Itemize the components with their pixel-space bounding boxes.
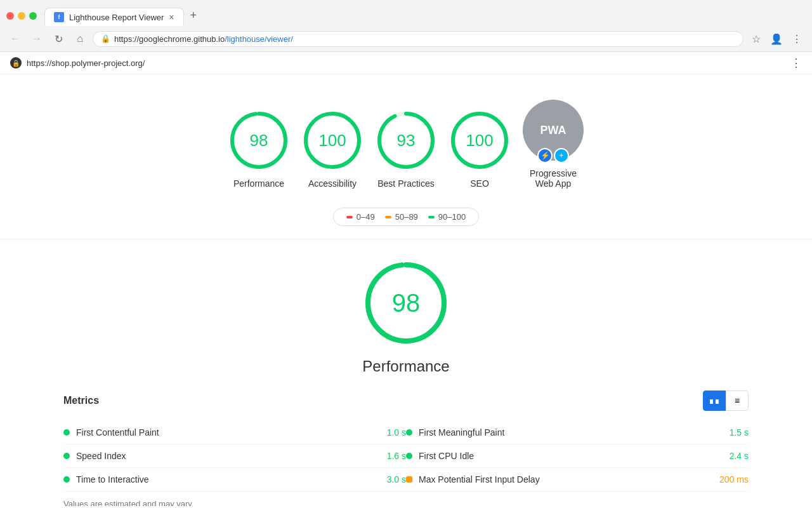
metric-value-tti: 3.0 s — [374, 474, 406, 485]
metric-dot-fcp — [63, 429, 70, 436]
score-card-accessibility[interactable]: 100 Accessibility — [302, 110, 363, 189]
metric-dot-tti — [63, 476, 70, 483]
lock-icon: 🔒 — [101, 34, 110, 43]
address-bar[interactable]: 🔒 https://googlechrome.github.io/lightho… — [93, 31, 743, 47]
legend-item-green: 90–100 — [428, 212, 466, 222]
tab-bar: f Lighthouse Report Viewer × + — [44, 5, 203, 26]
metric-name-tti: Time to Interactive — [76, 474, 368, 485]
metric-value-si: 1.6 s — [374, 451, 406, 461]
window-controls — [6, 12, 37, 20]
site-icon: 🔒 — [10, 57, 22, 69]
legend-dot-green — [428, 216, 435, 218]
score-number-accessibility: 100 — [318, 131, 346, 150]
score-number-performance: 98 — [250, 131, 268, 150]
perf-circle: 98 — [362, 258, 450, 347]
metric-dot-fci — [406, 453, 412, 459]
metric-row-fmp: First Meaningful Paint 1.5 s — [406, 421, 749, 444]
view-toggle: ∎∎ ≡ — [703, 391, 749, 411]
refresh-button[interactable]: ↻ — [49, 30, 67, 48]
metric-name-mpfid: Max Potential First Input Delay — [419, 474, 710, 485]
performance-section: 98 Performance Metrics ∎∎ ≡ First Conten… — [0, 239, 812, 506]
legend-label-orange: 50–89 — [395, 212, 418, 222]
site-bar-menu-icon[interactable]: ⋮ — [790, 56, 802, 70]
legend-item-red: 0–49 — [346, 212, 375, 222]
menu-button[interactable]: ⋮ — [788, 30, 806, 48]
home-button[interactable]: ⌂ — [71, 30, 89, 48]
score-label-pwa: Progressive Web App — [530, 168, 577, 189]
score-circle-accessibility: 100 — [302, 110, 363, 171]
score-card-performance[interactable]: 98 Performance — [228, 110, 289, 189]
metric-row-tti: Time to Interactive 3.0 s — [63, 468, 406, 491]
score-number-best-practices: 93 — [397, 131, 416, 150]
legend-pill: 0–49 50–89 90–100 — [333, 208, 479, 226]
legend-dot-red — [346, 216, 353, 218]
metric-dot-mpfid — [406, 476, 412, 483]
pwa-badges: ⚡ + — [537, 148, 569, 163]
pwa-badge-lightning: ⚡ — [537, 148, 553, 163]
metric-name-fmp: First Meaningful Paint — [419, 427, 710, 438]
legend-label-green: 90–100 — [438, 212, 466, 222]
metric-value-fci: 2.4 s — [717, 451, 749, 461]
site-bar-left: 🔒 https://shop.polymer-project.org/ — [10, 57, 145, 69]
tab-close-button[interactable]: × — [169, 12, 174, 22]
perf-score-number: 98 — [392, 289, 421, 318]
pwa-circle: PWA ⚡ + — [523, 100, 584, 161]
metric-row-mpfid: Max Potential First Input Delay 200 ms — [406, 468, 749, 491]
score-card-best-practices[interactable]: 93 Best Practices — [376, 110, 436, 189]
pwa-text: PWA — [540, 124, 566, 137]
metric-row-fci: First CPU Idle 2.4 s — [406, 444, 749, 468]
metrics-note: Values are estimated and may vary. — [13, 491, 799, 506]
metric-value-fmp: 1.5 s — [717, 427, 749, 438]
score-circle-best-practices: 93 — [376, 110, 436, 171]
metrics-label: Metrics — [63, 395, 99, 406]
metrics-grid: First Contentful Paint 1.0 s First Meani… — [13, 421, 799, 491]
maximize-window-button[interactable] — [29, 12, 37, 20]
bookmark-button[interactable]: ☆ — [747, 30, 765, 48]
legend-label-red: 0–49 — [357, 212, 375, 222]
score-circle-performance: 98 — [228, 110, 289, 171]
new-tab-button[interactable]: + — [184, 5, 204, 26]
perf-score-wrapper: 98 — [13, 258, 799, 347]
legend: 0–49 50–89 90–100 — [0, 208, 812, 226]
active-tab[interactable]: f Lighthouse Report Viewer × — [44, 8, 184, 26]
score-cards-section: 98 Performance 100 Accessibility — [0, 74, 812, 201]
minimize-window-button[interactable] — [18, 12, 25, 20]
score-label-seo: SEO — [470, 178, 489, 189]
perf-title: Performance — [13, 358, 799, 375]
metric-dot-fmp — [406, 429, 412, 436]
metric-value-fcp: 1.0 s — [374, 427, 406, 438]
metric-name-fcp: First Contentful Paint — [76, 427, 368, 438]
metric-value-mpfid: 200 ms — [717, 474, 749, 485]
metric-name-si: Speed Index — [76, 451, 368, 461]
grid-view-button[interactable]: ∎∎ — [703, 391, 726, 411]
site-url: https://shop.polymer-project.org/ — [27, 58, 145, 68]
site-bar: 🔒 https://shop.polymer-project.org/ ⋮ — [0, 52, 812, 74]
url-path: /lighthouse/viewer/ — [225, 34, 293, 44]
score-card-pwa[interactable]: PWA ⚡ + Progressive Web App — [523, 100, 584, 189]
tab-title: Lighthouse Report Viewer — [69, 13, 164, 22]
close-window-button[interactable] — [6, 12, 14, 20]
score-card-seo[interactable]: 100 SEO — [449, 110, 510, 189]
metric-dot-si — [63, 453, 70, 459]
url-display: https://googlechrome.github.io/lighthous… — [114, 34, 735, 44]
score-label-best-practices: Best Practices — [377, 178, 434, 189]
score-circle-seo: 100 — [449, 110, 510, 171]
user-button[interactable]: 👤 — [768, 30, 785, 48]
nav-bar: ← → ↻ ⌂ 🔒 https://googlechrome.github.io… — [0, 26, 812, 51]
forward-button[interactable]: → — [28, 30, 46, 48]
back-button[interactable]: ← — [6, 30, 24, 48]
metrics-header: Metrics ∎∎ ≡ — [13, 391, 799, 411]
score-number-seo: 100 — [466, 131, 493, 150]
url-domain: https://googlechrome.github.io — [114, 34, 225, 44]
legend-item-orange: 50–89 — [385, 212, 418, 222]
list-view-button[interactable]: ≡ — [726, 391, 749, 411]
legend-dot-orange — [385, 216, 391, 218]
metric-row-fcp: First Contentful Paint 1.0 s — [63, 421, 406, 444]
score-label-performance: Performance — [233, 178, 284, 189]
tab-favicon: f — [54, 12, 64, 22]
browser-chrome: f Lighthouse Report Viewer × + ← → ↻ ⌂ 🔒… — [0, 0, 812, 52]
nav-actions: ☆ 👤 ⋮ — [747, 30, 806, 48]
title-bar: f Lighthouse Report Viewer × + — [0, 0, 812, 26]
metric-name-fci: First CPU Idle — [419, 451, 710, 461]
main-content: 98 Performance 100 Accessibility — [0, 74, 812, 506]
